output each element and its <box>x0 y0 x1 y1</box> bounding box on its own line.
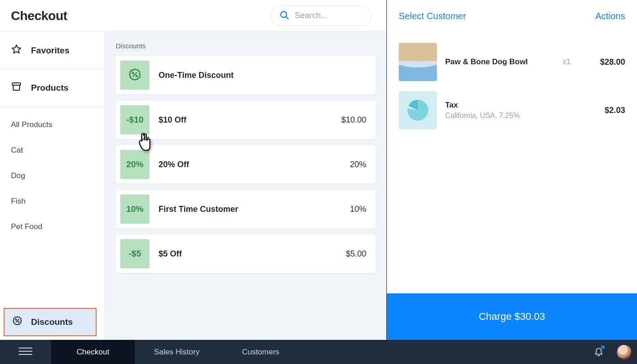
tab-checkout[interactable]: Checkout <box>51 340 135 364</box>
discount-badge: 20% <box>120 150 149 179</box>
search-box[interactable] <box>271 6 372 26</box>
search-icon <box>279 10 289 22</box>
sidebar-label-discounts: Discounts <box>31 317 73 327</box>
svg-point-6 <box>15 319 16 320</box>
sidebar-item-discounts[interactable]: Discounts <box>4 308 97 336</box>
sidebar-label-products: Products <box>31 83 68 93</box>
section-label-discounts: Discounts <box>116 42 375 50</box>
tab-customers[interactable]: Customers <box>219 340 303 364</box>
discount-card-first-time[interactable]: 10% First Time Customer 10% <box>116 190 375 228</box>
discount-badge: 10% <box>120 195 149 224</box>
discount-value: $5.00 <box>346 249 366 259</box>
discount-icon <box>12 316 23 329</box>
product-thumb <box>399 43 437 81</box>
tax-amount: $2.03 <box>589 106 625 115</box>
cart-tax-row[interactable]: Tax California, USA, 7.25% $2.03 <box>399 91 625 129</box>
page-title: Checkout <box>11 9 67 23</box>
discount-card-20pct[interactable]: 20% 20% Off 20% <box>116 145 375 184</box>
svg-line-1 <box>286 16 288 19</box>
discount-badge-icon <box>120 61 149 90</box>
svg-point-7 <box>18 321 19 322</box>
discount-name: First Time Customer <box>159 205 350 214</box>
sidebar-item-all-products[interactable]: All Products <box>0 112 104 138</box>
discount-name: One-Time Discount <box>159 71 366 80</box>
svg-marker-2 <box>12 45 21 53</box>
discount-name: 20% Off <box>159 160 350 169</box>
cart-item-name: Paw & Bone Dog Bowl <box>445 57 563 67</box>
star-icon <box>11 44 22 57</box>
menu-button[interactable] <box>0 340 51 364</box>
actions-link[interactable]: Actions <box>595 11 625 21</box>
sidebar-item-fish[interactable]: Fish <box>0 189 104 214</box>
tax-thumb <box>399 91 437 129</box>
tab-sales-history[interactable]: Sales History <box>135 340 219 364</box>
bell-icon <box>594 346 604 358</box>
menu-icon <box>19 347 32 357</box>
discount-card-one-time[interactable]: One-Time Discount <box>116 56 375 94</box>
cart-item-qty: x1 <box>563 58 570 66</box>
svg-rect-4 <box>13 85 20 90</box>
svg-point-9 <box>133 72 134 74</box>
cart-panel: Paw & Bone Dog Bowl x1 $28.00 Tax Califo… <box>387 32 637 340</box>
sidebar-item-cat[interactable]: Cat <box>0 138 104 163</box>
sidebar-item-favorites[interactable]: Favorites <box>0 32 104 69</box>
select-customer-link[interactable]: Select Customer <box>399 11 466 21</box>
notifications-button[interactable] <box>586 340 611 364</box>
cart-list: Paw & Bone Dog Bowl x1 $28.00 Tax Califo… <box>387 32 637 293</box>
discount-value: 10% <box>350 205 366 214</box>
avatar-icon <box>617 345 632 359</box>
bottom-bar: Checkout Sales History Customers <box>0 340 637 364</box>
discount-name: $10 Off <box>159 115 341 125</box>
header-left: Checkout <box>0 0 386 32</box>
discount-badge: -$10 <box>120 105 149 134</box>
profile-button[interactable] <box>611 340 637 364</box>
pie-chart-icon <box>407 100 428 121</box>
sidebar: Favorites Products All Products Cat Dog … <box>0 32 105 340</box>
tax-label: Tax <box>445 101 589 110</box>
sidebar-label-favorites: Favorites <box>31 46 69 56</box>
archive-icon <box>11 81 22 94</box>
tax-detail: California, USA, 7.25% <box>445 112 589 120</box>
header-right: Select Customer Actions <box>387 0 637 32</box>
discount-value: $10.00 <box>341 115 366 125</box>
cart-item-price: $28.00 <box>589 57 625 67</box>
sidebar-item-pet-food[interactable]: Pet Food <box>0 214 104 240</box>
search-input[interactable] <box>295 11 359 21</box>
discount-name: $5 Off <box>159 249 346 259</box>
svg-point-10 <box>136 76 138 77</box>
discount-value: 20% <box>350 160 366 169</box>
sidebar-item-dog[interactable]: Dog <box>0 163 104 189</box>
sidebar-item-products[interactable]: Products <box>0 69 104 107</box>
discount-card-10-off[interactable]: -$10 $10 Off $10.00 <box>116 101 375 139</box>
charge-button[interactable]: Charge $30.03 <box>387 293 637 340</box>
discount-card-5-off[interactable]: -$5 $5 Off $5.00 <box>116 235 375 273</box>
discount-badge: -$5 <box>120 239 149 268</box>
main-panel: Discounts One-Time Discount -$10 $10 Off… <box>105 32 386 340</box>
cart-line-item[interactable]: Paw & Bone Dog Bowl x1 $28.00 <box>399 43 625 81</box>
